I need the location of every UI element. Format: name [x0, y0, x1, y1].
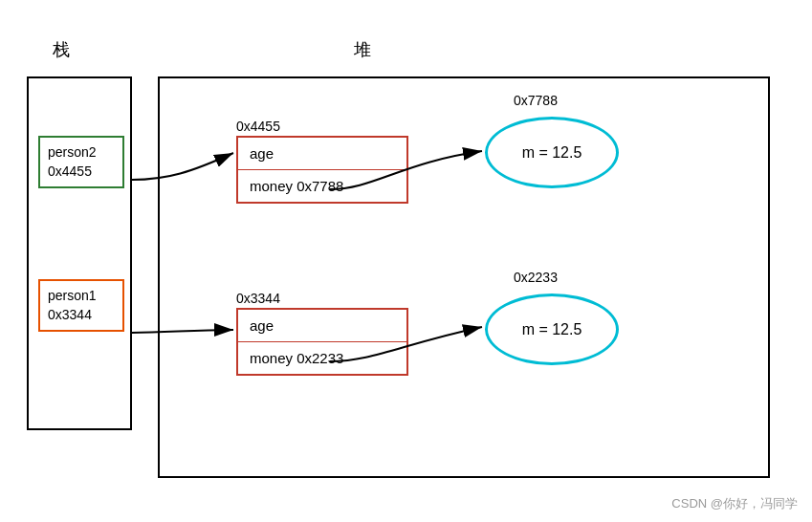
- ellipse-top-addr: 0x7788: [514, 93, 558, 108]
- person1-name: person1: [48, 287, 115, 306]
- person1-addr: 0x3344: [48, 306, 115, 325]
- person2-addr: 0x4455: [48, 163, 115, 182]
- ellipse-top: m = 12.5: [485, 117, 619, 188]
- stack-box: person2 0x4455 person1 0x3344: [27, 76, 132, 430]
- stack-label: 栈: [53, 38, 70, 61]
- stack-item-person2: person2 0x4455: [38, 136, 124, 188]
- struct-box-top: age money 0x7788: [236, 136, 408, 204]
- struct-bottom-field1: age: [238, 310, 406, 342]
- struct-bottom-field2: money 0x2233: [238, 342, 406, 374]
- stack-item-person1: person1 0x3344: [38, 279, 124, 332]
- struct-top-field1: age: [238, 138, 406, 170]
- diagram-area: 栈 堆 person2 0x4455 person1 0x3344 age mo…: [0, 0, 812, 522]
- heap-box: age money 0x7788 0x4455 age money 0x2233…: [158, 76, 770, 478]
- struct-box-bottom: age money 0x2233: [236, 308, 408, 376]
- struct-top-addr: 0x4455: [236, 119, 280, 134]
- struct-top-field2: money 0x7788: [238, 170, 406, 202]
- watermark: CSDN @你好，冯同学: [671, 495, 798, 512]
- heap-label: 堆: [354, 38, 371, 61]
- ellipse-bottom: m = 12.5: [485, 294, 619, 365]
- person2-name: person2: [48, 143, 115, 163]
- ellipse-top-container: m = 12.5: [485, 117, 619, 188]
- struct-bottom-addr: 0x3344: [236, 291, 280, 306]
- ellipse-bottom-container: m = 12.5: [485, 294, 619, 365]
- ellipse-bottom-addr: 0x2233: [514, 270, 558, 285]
